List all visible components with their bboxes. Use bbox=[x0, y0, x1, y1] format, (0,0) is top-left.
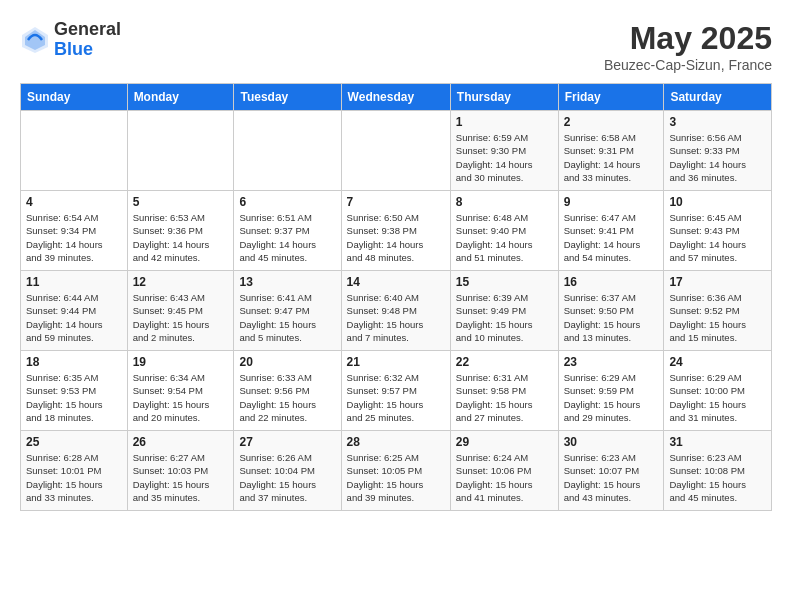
calendar-cell: 13Sunrise: 6:41 AM Sunset: 9:47 PM Dayli… bbox=[234, 271, 341, 351]
day-number: 20 bbox=[239, 355, 335, 369]
day-detail: Sunrise: 6:53 AM Sunset: 9:36 PM Dayligh… bbox=[133, 211, 229, 264]
day-number: 26 bbox=[133, 435, 229, 449]
calendar-cell: 3Sunrise: 6:56 AM Sunset: 9:33 PM Daylig… bbox=[664, 111, 772, 191]
day-number: 13 bbox=[239, 275, 335, 289]
day-number: 29 bbox=[456, 435, 553, 449]
calendar-cell: 14Sunrise: 6:40 AM Sunset: 9:48 PM Dayli… bbox=[341, 271, 450, 351]
calendar-cell: 1Sunrise: 6:59 AM Sunset: 9:30 PM Daylig… bbox=[450, 111, 558, 191]
logo-icon bbox=[20, 25, 50, 55]
calendar-cell: 18Sunrise: 6:35 AM Sunset: 9:53 PM Dayli… bbox=[21, 351, 128, 431]
day-detail: Sunrise: 6:47 AM Sunset: 9:41 PM Dayligh… bbox=[564, 211, 659, 264]
day-number: 23 bbox=[564, 355, 659, 369]
calendar-cell: 21Sunrise: 6:32 AM Sunset: 9:57 PM Dayli… bbox=[341, 351, 450, 431]
day-detail: Sunrise: 6:23 AM Sunset: 10:08 PM Daylig… bbox=[669, 451, 766, 504]
day-detail: Sunrise: 6:54 AM Sunset: 9:34 PM Dayligh… bbox=[26, 211, 122, 264]
calendar-week-row: 18Sunrise: 6:35 AM Sunset: 9:53 PM Dayli… bbox=[21, 351, 772, 431]
day-detail: Sunrise: 6:56 AM Sunset: 9:33 PM Dayligh… bbox=[669, 131, 766, 184]
day-number: 30 bbox=[564, 435, 659, 449]
calendar-cell: 9Sunrise: 6:47 AM Sunset: 9:41 PM Daylig… bbox=[558, 191, 664, 271]
calendar-cell: 11Sunrise: 6:44 AM Sunset: 9:44 PM Dayli… bbox=[21, 271, 128, 351]
column-header-saturday: Saturday bbox=[664, 84, 772, 111]
day-detail: Sunrise: 6:48 AM Sunset: 9:40 PM Dayligh… bbox=[456, 211, 553, 264]
logo-text: General Blue bbox=[54, 20, 121, 60]
calendar-cell: 16Sunrise: 6:37 AM Sunset: 9:50 PM Dayli… bbox=[558, 271, 664, 351]
day-number: 24 bbox=[669, 355, 766, 369]
day-detail: Sunrise: 6:50 AM Sunset: 9:38 PM Dayligh… bbox=[347, 211, 445, 264]
calendar-cell: 8Sunrise: 6:48 AM Sunset: 9:40 PM Daylig… bbox=[450, 191, 558, 271]
calendar-cell: 2Sunrise: 6:58 AM Sunset: 9:31 PM Daylig… bbox=[558, 111, 664, 191]
month-year-title: May 2025 bbox=[604, 20, 772, 57]
day-number: 11 bbox=[26, 275, 122, 289]
day-number: 9 bbox=[564, 195, 659, 209]
column-header-friday: Friday bbox=[558, 84, 664, 111]
day-number: 1 bbox=[456, 115, 553, 129]
day-number: 12 bbox=[133, 275, 229, 289]
calendar-cell: 28Sunrise: 6:25 AM Sunset: 10:05 PM Dayl… bbox=[341, 431, 450, 511]
day-number: 17 bbox=[669, 275, 766, 289]
calendar-cell: 20Sunrise: 6:33 AM Sunset: 9:56 PM Dayli… bbox=[234, 351, 341, 431]
calendar-cell: 29Sunrise: 6:24 AM Sunset: 10:06 PM Dayl… bbox=[450, 431, 558, 511]
logo: General Blue bbox=[20, 20, 121, 60]
calendar-cell: 23Sunrise: 6:29 AM Sunset: 9:59 PM Dayli… bbox=[558, 351, 664, 431]
column-header-wednesday: Wednesday bbox=[341, 84, 450, 111]
calendar-cell: 30Sunrise: 6:23 AM Sunset: 10:07 PM Dayl… bbox=[558, 431, 664, 511]
day-detail: Sunrise: 6:25 AM Sunset: 10:05 PM Daylig… bbox=[347, 451, 445, 504]
day-detail: Sunrise: 6:23 AM Sunset: 10:07 PM Daylig… bbox=[564, 451, 659, 504]
logo-blue: Blue bbox=[54, 40, 121, 60]
day-detail: Sunrise: 6:43 AM Sunset: 9:45 PM Dayligh… bbox=[133, 291, 229, 344]
calendar-cell bbox=[341, 111, 450, 191]
day-detail: Sunrise: 6:27 AM Sunset: 10:03 PM Daylig… bbox=[133, 451, 229, 504]
page-header: General Blue May 2025 Beuzec-Cap-Sizun, … bbox=[20, 20, 772, 73]
calendar-cell: 24Sunrise: 6:29 AM Sunset: 10:00 PM Dayl… bbox=[664, 351, 772, 431]
calendar-cell: 25Sunrise: 6:28 AM Sunset: 10:01 PM Dayl… bbox=[21, 431, 128, 511]
day-detail: Sunrise: 6:36 AM Sunset: 9:52 PM Dayligh… bbox=[669, 291, 766, 344]
column-header-sunday: Sunday bbox=[21, 84, 128, 111]
calendar-cell bbox=[21, 111, 128, 191]
calendar-cell: 10Sunrise: 6:45 AM Sunset: 9:43 PM Dayli… bbox=[664, 191, 772, 271]
day-detail: Sunrise: 6:28 AM Sunset: 10:01 PM Daylig… bbox=[26, 451, 122, 504]
calendar-week-row: 11Sunrise: 6:44 AM Sunset: 9:44 PM Dayli… bbox=[21, 271, 772, 351]
calendar-header-row: SundayMondayTuesdayWednesdayThursdayFrid… bbox=[21, 84, 772, 111]
day-number: 27 bbox=[239, 435, 335, 449]
day-detail: Sunrise: 6:35 AM Sunset: 9:53 PM Dayligh… bbox=[26, 371, 122, 424]
calendar-cell bbox=[127, 111, 234, 191]
calendar-cell: 22Sunrise: 6:31 AM Sunset: 9:58 PM Dayli… bbox=[450, 351, 558, 431]
day-number: 31 bbox=[669, 435, 766, 449]
day-detail: Sunrise: 6:41 AM Sunset: 9:47 PM Dayligh… bbox=[239, 291, 335, 344]
calendar-table: SundayMondayTuesdayWednesdayThursdayFrid… bbox=[20, 83, 772, 511]
day-detail: Sunrise: 6:37 AM Sunset: 9:50 PM Dayligh… bbox=[564, 291, 659, 344]
day-detail: Sunrise: 6:32 AM Sunset: 9:57 PM Dayligh… bbox=[347, 371, 445, 424]
column-header-tuesday: Tuesday bbox=[234, 84, 341, 111]
calendar-cell: 15Sunrise: 6:39 AM Sunset: 9:49 PM Dayli… bbox=[450, 271, 558, 351]
day-number: 6 bbox=[239, 195, 335, 209]
day-number: 14 bbox=[347, 275, 445, 289]
day-number: 2 bbox=[564, 115, 659, 129]
day-number: 28 bbox=[347, 435, 445, 449]
day-detail: Sunrise: 6:26 AM Sunset: 10:04 PM Daylig… bbox=[239, 451, 335, 504]
calendar-cell: 6Sunrise: 6:51 AM Sunset: 9:37 PM Daylig… bbox=[234, 191, 341, 271]
day-detail: Sunrise: 6:44 AM Sunset: 9:44 PM Dayligh… bbox=[26, 291, 122, 344]
day-detail: Sunrise: 6:58 AM Sunset: 9:31 PM Dayligh… bbox=[564, 131, 659, 184]
calendar-cell: 5Sunrise: 6:53 AM Sunset: 9:36 PM Daylig… bbox=[127, 191, 234, 271]
day-detail: Sunrise: 6:34 AM Sunset: 9:54 PM Dayligh… bbox=[133, 371, 229, 424]
calendar-cell: 4Sunrise: 6:54 AM Sunset: 9:34 PM Daylig… bbox=[21, 191, 128, 271]
calendar-week-row: 25Sunrise: 6:28 AM Sunset: 10:01 PM Dayl… bbox=[21, 431, 772, 511]
day-detail: Sunrise: 6:51 AM Sunset: 9:37 PM Dayligh… bbox=[239, 211, 335, 264]
day-number: 8 bbox=[456, 195, 553, 209]
day-detail: Sunrise: 6:45 AM Sunset: 9:43 PM Dayligh… bbox=[669, 211, 766, 264]
day-number: 25 bbox=[26, 435, 122, 449]
day-number: 21 bbox=[347, 355, 445, 369]
calendar-cell: 12Sunrise: 6:43 AM Sunset: 9:45 PM Dayli… bbox=[127, 271, 234, 351]
calendar-cell: 19Sunrise: 6:34 AM Sunset: 9:54 PM Dayli… bbox=[127, 351, 234, 431]
day-number: 15 bbox=[456, 275, 553, 289]
logo-general: General bbox=[54, 20, 121, 40]
calendar-week-row: 4Sunrise: 6:54 AM Sunset: 9:34 PM Daylig… bbox=[21, 191, 772, 271]
calendar-cell: 17Sunrise: 6:36 AM Sunset: 9:52 PM Dayli… bbox=[664, 271, 772, 351]
day-number: 5 bbox=[133, 195, 229, 209]
column-header-thursday: Thursday bbox=[450, 84, 558, 111]
title-block: May 2025 Beuzec-Cap-Sizun, France bbox=[604, 20, 772, 73]
day-number: 3 bbox=[669, 115, 766, 129]
day-number: 18 bbox=[26, 355, 122, 369]
day-detail: Sunrise: 6:39 AM Sunset: 9:49 PM Dayligh… bbox=[456, 291, 553, 344]
calendar-cell bbox=[234, 111, 341, 191]
